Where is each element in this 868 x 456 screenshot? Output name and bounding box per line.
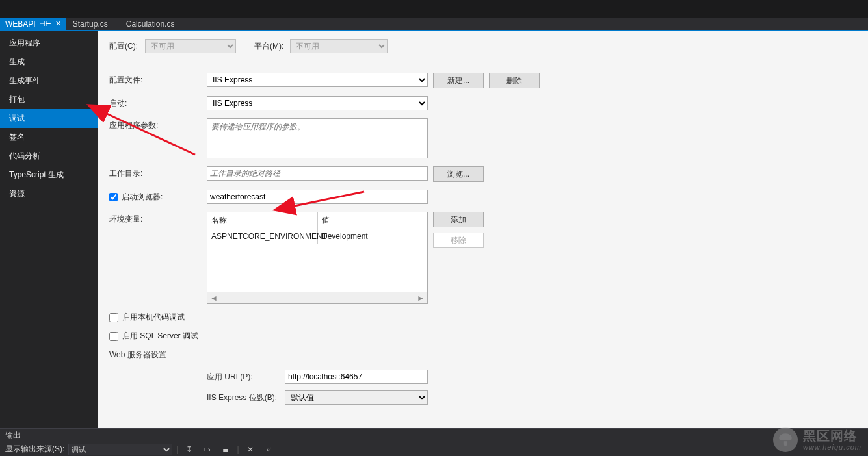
profile-select[interactable]: IIS Express: [207, 73, 428, 87]
iisbits-label: IIS Express 位数(B):: [207, 392, 285, 403]
sql-debug-label: 启用 SQL Server 调试: [122, 331, 198, 342]
launchbrowser-label: 启动浏览器:: [122, 192, 163, 203]
output-source-select[interactable]: 调试: [68, 444, 172, 455]
new-button[interactable]: 新建...: [433, 73, 484, 88]
property-sidebar: 应用程序 生成 生成事件 打包 调试 签名 代码分析 TypeScript 生成…: [0, 31, 98, 428]
tab-label: Calculation.cs: [126, 19, 175, 29]
config-label: 配置(C):: [109, 39, 145, 52]
mushroom-icon: [773, 427, 798, 452]
env-remove-button[interactable]: 移除: [433, 233, 484, 248]
sidebar-item-signing[interactable]: 签名: [0, 128, 98, 147]
launch-label: 启动:: [109, 96, 207, 109]
output-clear-icon[interactable]: ✕: [243, 444, 257, 455]
env-col-name: 名称: [207, 212, 318, 229]
debug-settings-panel: 配置(C): 不可用 平台(M): 不可用 配置文件: IIS Express …: [98, 31, 868, 428]
browse-button[interactable]: 浏览...: [433, 166, 484, 182]
launch-select[interactable]: IIS Express: [207, 96, 428, 110]
watermark: 黑区网络 www.heiqu.com: [773, 427, 861, 452]
sidebar-item-package[interactable]: 打包: [0, 90, 98, 109]
top-toolbar: [0, 0, 868, 18]
watermark-title: 黑区网络: [803, 429, 861, 443]
tab-calculation-cs[interactable]: Calculation.cs: [120, 18, 187, 30]
env-add-button[interactable]: 添加: [433, 212, 484, 227]
delete-button[interactable]: 删除: [489, 73, 540, 88]
appargs-textarea[interactable]: [207, 118, 428, 158]
appurl-input[interactable]: [285, 370, 428, 384]
watermark-subtitle: www.heiqu.com: [803, 443, 861, 451]
output-icon-3[interactable]: ≣: [218, 444, 233, 455]
workdir-label: 工作目录:: [109, 166, 207, 179]
close-icon[interactable]: ✕: [55, 19, 61, 28]
env-row-name[interactable]: ASPNETCORE_ENVIRONMENT: [207, 229, 318, 244]
tab-label: Startup.cs: [73, 19, 108, 29]
env-scrollbar[interactable]: ◄ ►: [207, 292, 427, 303]
env-label: 环境变量:: [109, 212, 207, 225]
tab-label: WEBAPI: [5, 19, 36, 29]
profile-label: 配置文件:: [109, 73, 207, 86]
scroll-right-icon[interactable]: ►: [417, 294, 425, 303]
section-divider: [173, 355, 856, 355]
sidebar-item-debug[interactable]: 调试: [0, 109, 98, 128]
output-source-label: 显示输出来源(S):: [5, 444, 64, 455]
appurl-label: 应用 URL(P):: [207, 372, 285, 383]
sidebar-item-typescript[interactable]: TypeScript 生成: [0, 166, 98, 184]
sql-debug-checkbox[interactable]: [109, 332, 118, 341]
sidebar-item-code-analysis[interactable]: 代码分析: [0, 147, 98, 166]
env-row-value[interactable]: Development: [318, 229, 427, 244]
sidebar-item-app[interactable]: 应用程序: [0, 34, 98, 53]
web-section-title: Web 服务器设置: [109, 349, 166, 361]
tab-startup-cs[interactable]: Startup.cs: [66, 18, 120, 30]
config-select: 不可用: [145, 39, 236, 53]
output-icon-2[interactable]: ↦: [200, 444, 215, 455]
output-tab[interactable]: 输出: [0, 428, 868, 442]
output-icon-1[interactable]: ↧: [182, 444, 196, 455]
sidebar-item-build[interactable]: 生成: [0, 53, 98, 71]
sidebar-item-resources[interactable]: 资源: [0, 184, 98, 203]
native-debug-checkbox[interactable]: [109, 313, 118, 322]
env-grid[interactable]: 名称 值 ASPNETCORE_ENVIRONMENT Development …: [207, 212, 428, 304]
launchbrowser-row: 启动浏览器:: [109, 190, 207, 203]
pin-icon[interactable]: ⊣⊢: [40, 20, 51, 27]
launchbrowser-input[interactable]: [207, 190, 428, 204]
iisbits-select[interactable]: 默认值: [285, 390, 428, 405]
env-col-value: 值: [318, 212, 427, 229]
appargs-label: 应用程序参数:: [109, 118, 207, 131]
output-wrap-icon[interactable]: ⤶: [261, 444, 276, 455]
platform-label: 平台(M):: [254, 39, 290, 52]
sidebar-item-build-events[interactable]: 生成事件: [0, 71, 98, 90]
workdir-input[interactable]: [207, 166, 428, 181]
launchbrowser-checkbox[interactable]: [109, 193, 118, 201]
scroll-left-icon[interactable]: ◄: [210, 294, 218, 303]
native-debug-label: 启用本机代码调试: [122, 312, 185, 323]
document-tab-bar: WEBAPI ⊣⊢ ✕ Startup.cs Calculation.cs: [0, 18, 868, 31]
platform-select: 不可用: [290, 39, 388, 53]
tab-project-webapi[interactable]: WEBAPI ⊣⊢ ✕: [0, 18, 66, 30]
output-title: 输出: [5, 430, 21, 441]
output-toolbar: 显示输出来源(S): 调试 | ↧ ↦ ≣ | ✕ ⤶: [0, 442, 868, 456]
